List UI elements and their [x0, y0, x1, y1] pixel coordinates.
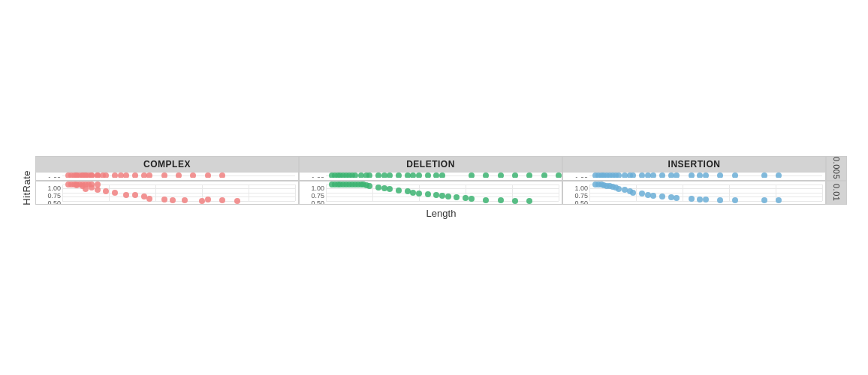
data-dot [498, 172, 504, 177]
grid-line-v [589, 184, 590, 201]
plot-cell-complex-0.005: COMPLEX1.000.750.500.250.00 [35, 156, 299, 180]
data-dot [205, 172, 211, 177]
col-header-deletion: DELETION [300, 157, 562, 172]
data-dot [674, 195, 680, 201]
data-dot [182, 197, 188, 203]
data-dot [170, 197, 176, 203]
data-dot [469, 196, 475, 202]
x-axis-label: Length [35, 208, 847, 219]
data-dot [703, 172, 709, 177]
side-label-0.005: 0.005 [826, 156, 847, 180]
data-dot [199, 198, 205, 204]
data-dot [689, 196, 695, 202]
data-dot [717, 172, 723, 177]
grid-line-v [295, 184, 296, 201]
grid-line-h [326, 188, 559, 189]
grid-line-h [326, 201, 559, 202]
data-dot [483, 197, 489, 203]
data-dot [103, 188, 109, 194]
data-dot [161, 172, 167, 177]
data-dot [132, 172, 138, 177]
plot-inner [326, 184, 559, 201]
plot-cell-insertion-0.01: 1.000.750.500.250.00 [562, 181, 826, 205]
data-dot [674, 172, 680, 177]
data-dot [234, 198, 240, 204]
data-dot [659, 194, 665, 200]
y-tick-label: 0.75 [301, 192, 324, 200]
y-axis-label: HitRate [21, 170, 32, 206]
side-label-0.01: 0.01 [826, 181, 847, 205]
data-dot [83, 172, 89, 177]
data-dot [95, 187, 101, 193]
grid-container: COMPLEX1.000.750.500.250.00DELETION1.000… [35, 156, 847, 204]
plot-inner [62, 184, 295, 201]
data-dot [556, 172, 562, 177]
data-dot [732, 197, 738, 203]
data-dot [630, 190, 636, 196]
data-dot [732, 172, 738, 177]
y-tick-label: 0.50 [565, 200, 588, 204]
plot-cell-deletion-0.005: DELETION1.000.750.500.250.00 [299, 156, 562, 180]
data-dot [439, 172, 445, 177]
plot-cell-deletion-0.01: 1.000.750.500.250.00 [299, 181, 562, 205]
y-tick-label: 0.50 [38, 200, 61, 204]
data-dot [161, 196, 167, 202]
grid-line-v [109, 184, 110, 201]
data-dot [425, 191, 431, 197]
grid-line-v [822, 184, 823, 201]
data-dot [366, 183, 372, 189]
y-tick-label: 1.00 [301, 176, 324, 177]
chart-outer: HitRate COMPLEX1.000.750.500.250.00DELET… [21, 8, 847, 368]
data-dot [95, 172, 101, 177]
grid-line-h [62, 201, 295, 202]
y-tick-label: 1.00 [301, 184, 324, 192]
data-dot [83, 186, 89, 192]
plot-cell-complex-0.01: 1.000.750.500.250.00 [35, 181, 299, 205]
data-dot [512, 198, 518, 204]
data-dot [445, 194, 451, 200]
data-dot [176, 172, 182, 177]
data-dot [650, 193, 656, 199]
data-dot [776, 172, 782, 177]
grid-line-v [559, 184, 559, 201]
data-dot [526, 172, 532, 177]
data-dot [416, 172, 422, 177]
data-dot [112, 190, 118, 196]
data-dot [717, 197, 723, 203]
data-dot [512, 172, 518, 177]
data-dot [387, 172, 393, 177]
data-dot [761, 172, 767, 177]
col-header-complex: COMPLEX [36, 157, 298, 172]
y-tick-label: 0.75 [38, 192, 61, 200]
data-dot [526, 198, 532, 204]
y-tick-label: 1.00 [565, 184, 588, 192]
data-dot [118, 172, 124, 177]
data-dot [454, 194, 460, 200]
data-dot [703, 196, 709, 202]
data-dot [541, 172, 547, 177]
grid-line-v [155, 184, 156, 201]
grid-line-v [249, 184, 249, 201]
y-tick-label: 1.00 [565, 176, 588, 177]
data-dot [659, 172, 665, 177]
data-dot [416, 190, 422, 196]
data-dot [387, 186, 393, 192]
grid-line-h [589, 184, 822, 185]
grid-line-v [729, 184, 730, 201]
y-tick-label: 0.50 [301, 200, 324, 204]
data-dot [219, 197, 225, 203]
data-dot [689, 172, 695, 177]
data-dot [123, 172, 129, 177]
data-dot [396, 188, 402, 194]
data-dot [219, 172, 225, 177]
grid-line-v [62, 184, 63, 201]
grid-line-h [62, 196, 295, 197]
y-tick-label: 1.00 [38, 184, 61, 192]
y-tick-label: 0.75 [565, 192, 588, 200]
data-dot [483, 172, 489, 177]
grid-line-v [326, 184, 327, 201]
data-dot [396, 172, 402, 177]
data-dot [425, 172, 431, 177]
grid-line-v [372, 184, 373, 201]
data-dot [123, 192, 129, 198]
